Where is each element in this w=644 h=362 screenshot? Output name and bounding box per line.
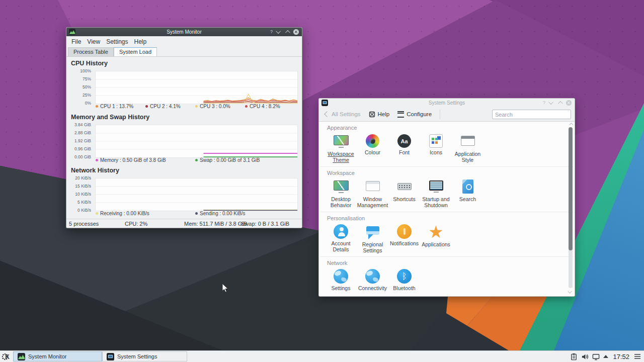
configure-button[interactable]: Configure — [397, 111, 432, 118]
settings-item-desktop-behavior[interactable]: Desktop Behavior — [325, 178, 357, 209]
workspace-theme-icon — [333, 133, 349, 149]
network-legend: Receiving : 0.00 KiB/sSending : 0.00 KiB… — [96, 211, 299, 216]
notifications-icon — [397, 224, 412, 239]
settings-item-regional-settings[interactable]: Regional Settings — [357, 224, 388, 254]
settings-item-workspace-theme[interactable]: Workspace Theme — [325, 133, 357, 163]
settings-item-search[interactable]: Search — [452, 178, 484, 209]
settings-category: Workspace Desktop Behavior Window Manage… — [320, 167, 574, 212]
settings-item-connectivity[interactable]: Connectivity — [357, 268, 388, 291]
settings-item-icons[interactable]: Icons — [420, 133, 452, 163]
settings-category: Appearance Workspace Theme Colour Font I… — [320, 122, 574, 167]
desktop: System Monitor ? FileViewSettingsHelp Pr… — [0, 0, 644, 362]
help-icon — [369, 111, 375, 118]
settings-item-window-management[interactable]: Window Management — [357, 178, 388, 209]
application-style-icon — [460, 133, 476, 149]
settings-item-colour[interactable]: Colour — [357, 133, 388, 163]
application-launcher-button[interactable]: K — [1, 351, 11, 361]
clock[interactable]: 17:52 — [613, 353, 629, 360]
tab-process-table[interactable]: Process Table — [68, 47, 114, 56]
search-input[interactable] — [492, 110, 571, 119]
settings-item-notifications[interactable]: Notifications — [388, 224, 420, 254]
settings-categories: Appearance Workspace Theme Colour Font I… — [319, 122, 575, 296]
system-settings-window: System Settings ? All Settings Help Conf… — [318, 98, 575, 297]
volume-icon[interactable] — [581, 353, 589, 360]
close-button[interactable] — [566, 100, 572, 106]
globe-icon — [365, 269, 380, 284]
menu-item-settings[interactable]: Settings — [103, 37, 131, 46]
window-title: System Monitor — [66, 29, 302, 35]
legend-swap: Swap : 0.00 GiB of 3.1 GiB — [195, 157, 295, 163]
window-title: System Settings — [319, 100, 575, 106]
account-icon — [334, 224, 348, 239]
scrollbar-thumb[interactable] — [569, 127, 573, 250]
legend-cpu-4: CPU 4 : 8.2% — [245, 104, 295, 109]
cpu-history-chart — [95, 71, 298, 104]
help-button[interactable]: Help — [369, 111, 390, 118]
applications-icon — [428, 224, 444, 240]
toolbar-separator — [440, 109, 440, 119]
scroll-up-button[interactable] — [569, 123, 573, 127]
settings-item-font[interactable]: Font — [388, 133, 420, 163]
kde-logo-icon: K — [2, 352, 11, 361]
settings-item-application-style[interactable]: Application Style — [452, 133, 484, 163]
settings-category-name: Workspace — [327, 170, 564, 176]
system-monitor-window: System Monitor ? FileViewSettingsHelp Pr… — [66, 27, 302, 228]
shortcuts-icon — [396, 178, 413, 195]
settings-item-settings[interactable]: Settings — [325, 268, 357, 291]
tray-expand-icon[interactable] — [603, 355, 608, 358]
close-button[interactable] — [293, 29, 299, 35]
back-chevron-icon — [324, 111, 330, 117]
network-axis-ticks: 20 KiB/s15 KiB/s10 KiB/s5 KiB/s0 KiB/s — [66, 178, 93, 210]
network-monitor-icon[interactable] — [592, 353, 600, 360]
cpu-history-heading: CPU History — [71, 60, 108, 67]
help-button[interactable]: ? — [543, 101, 545, 105]
status-processes: 5 processes — [69, 221, 99, 227]
settings-item-account-details[interactable]: Account Details — [325, 224, 357, 254]
cpu-axis-ticks: 100%75%50%25%0% — [66, 71, 93, 103]
memory-axis-ticks: 3.84 GiB2.88 GiB1.92 GiB0.96 GiB0.00 GiB — [66, 125, 93, 157]
minimize-button[interactable] — [276, 29, 281, 34]
settings-category-name: Personalisation — [327, 215, 564, 221]
menu-item-help[interactable]: Help — [131, 37, 150, 46]
status-swap: Swap: 0 B / 3.1 GiB — [241, 221, 289, 227]
settings-item-applications[interactable]: Applications — [420, 224, 452, 254]
clipboard-icon[interactable] — [570, 353, 578, 360]
settings-item-shortcuts[interactable]: Shortcuts — [388, 178, 420, 209]
network-history-heading: Network History — [71, 167, 119, 174]
scrollbar[interactable] — [569, 127, 573, 288]
panel-toolbox-icon[interactable] — [634, 353, 641, 359]
legend-memory: Memory : 0.50 GiB of 3.8 GiB — [96, 157, 195, 163]
menu-item-file[interactable]: File — [68, 37, 84, 46]
settings-category: Network Settings Connectivity Bluetooth — [320, 257, 574, 294]
window-management-icon — [365, 178, 381, 195]
system-tray: 17:52 — [570, 353, 644, 360]
all-settings-button[interactable]: All Settings — [325, 111, 361, 117]
task-system-monitor[interactable]: System Monitor — [13, 351, 102, 361]
legend-cpu-1: CPU 1 : 13.7% — [96, 104, 145, 109]
bluetooth-icon — [397, 269, 412, 284]
icons-icon — [429, 134, 443, 148]
maximize-button[interactable] — [558, 101, 563, 106]
taskbar: K System Monitor System Settings 17:52 — [0, 350, 644, 362]
settings-category-name: Network — [327, 260, 564, 266]
scroll-down-button[interactable] — [569, 291, 573, 295]
tab-system-load[interactable]: System Load — [114, 47, 157, 56]
task-system-settings[interactable]: System Settings — [102, 351, 187, 361]
statusbar: 5 processes CPU: 2% Mem: 511.7 MiB / 3.8… — [66, 219, 302, 228]
menu-item-view[interactable]: View — [84, 37, 103, 46]
legend-receiving: Receiving : 0.00 KiB/s — [96, 211, 195, 216]
help-button[interactable]: ? — [270, 30, 273, 34]
titlebar[interactable]: System Settings ? — [319, 99, 575, 107]
desktop-behavior-icon — [333, 178, 349, 195]
legend-cpu-3: CPU 3 : 0.0% — [195, 104, 245, 109]
settings-item-bluetooth[interactable]: Bluetooth — [388, 268, 420, 291]
font-icon — [397, 134, 411, 148]
maximize-button[interactable] — [285, 30, 290, 35]
titlebar[interactable]: System Monitor ? — [66, 28, 302, 36]
settings-item-startup-and-shutdown[interactable]: Startup and Shutdown — [420, 178, 452, 209]
cpu-legend: CPU 1 : 13.7%CPU 2 : 4.1%CPU 3 : 0.0%CPU… — [96, 104, 299, 109]
memory-legend: Memory : 0.50 GiB of 3.8 GiBSwap : 0.00 … — [96, 157, 299, 163]
minimize-button[interactable] — [548, 100, 553, 105]
regional-icon — [365, 224, 381, 240]
search-doc-icon — [460, 178, 476, 195]
